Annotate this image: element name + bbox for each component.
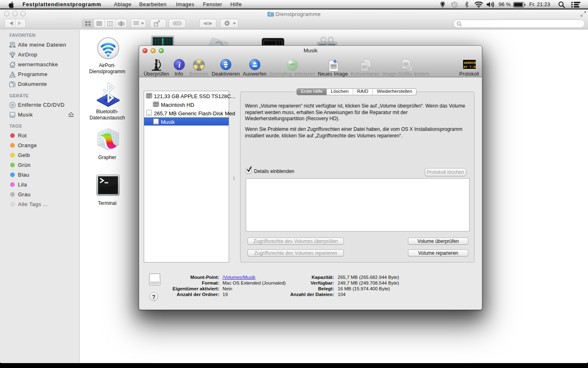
svg-text:i: i bbox=[178, 61, 181, 69]
svg-text:WARNIN: WARNIN bbox=[464, 61, 476, 65]
svg-text:AY 7:36: AY 7:36 bbox=[463, 65, 476, 69]
